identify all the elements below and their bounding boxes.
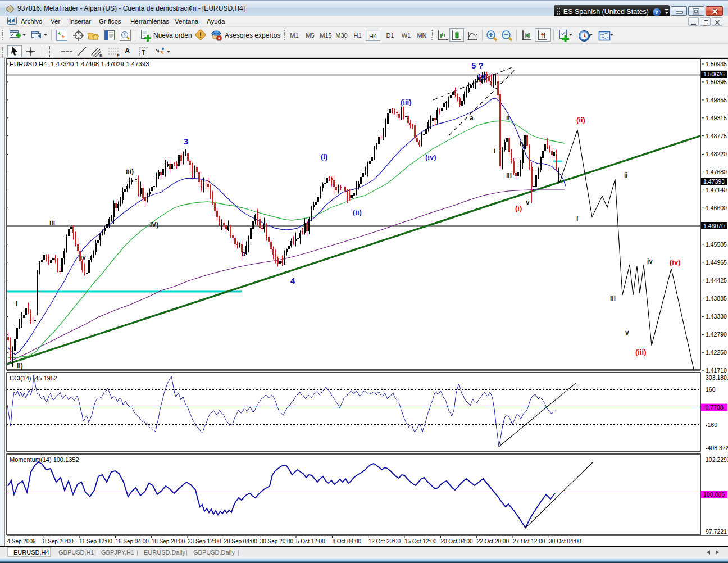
svg-text:iv: iv [647, 257, 653, 265]
svg-text:1.47680: 1.47680 [706, 169, 727, 175]
svg-text:(ii): (ii) [353, 208, 362, 216]
svg-text:28 Sep 04:00: 28 Sep 04:00 [224, 538, 257, 544]
svg-text:E: E [99, 53, 102, 57]
svg-text:11 Sep 12:00: 11 Sep 12:00 [79, 538, 112, 544]
svg-text:16 Sep 04:00: 16 Sep 04:00 [115, 538, 149, 544]
svg-text:EURUSD,Daily: EURUSD,Daily [144, 549, 185, 556]
svg-text:1.42790: 1.42790 [706, 331, 727, 338]
svg-text:(iii): (iii) [635, 348, 647, 356]
svg-text:v: v [625, 329, 629, 337]
svg-text:iii: iii [49, 219, 55, 226]
svg-text:5 Oct 12:00: 5 Oct 12:00 [296, 538, 325, 544]
svg-text:1.46600: 1.46600 [706, 205, 727, 211]
svg-text:30 Oct 04:00: 30 Oct 04:00 [549, 538, 581, 544]
svg-text:1.42250: 1.42250 [706, 349, 727, 356]
svg-text:?: ? [655, 9, 658, 15]
svg-text:1.49855: 1.49855 [706, 97, 727, 103]
svg-text:|: | [136, 549, 138, 556]
svg-text:Momentum(14) 100.1352: Momentum(14) 100.1352 [10, 456, 79, 463]
svg-text:3: 3 [184, 137, 188, 146]
svg-text:iii): iii) [126, 167, 134, 175]
svg-text:IV): IV) [150, 221, 158, 229]
svg-text:23 Sep 12:00: 23 Sep 12:00 [188, 538, 221, 544]
svg-text:F: F [117, 53, 120, 57]
svg-text:i: i [494, 147, 495, 155]
svg-text:(iv): (iv) [670, 258, 681, 266]
svg-text:5 ?: 5 ? [471, 61, 484, 70]
svg-text:1.47393: 1.47393 [703, 178, 725, 185]
svg-text:-408.372: -408.372 [706, 444, 728, 451]
svg-text:1.45505: 1.45505 [706, 241, 727, 248]
svg-text:27 Oct 12:00: 27 Oct 12:00 [513, 538, 545, 544]
svg-text:1.44425: 1.44425 [706, 277, 727, 284]
svg-text:v: v [526, 198, 530, 206]
svg-text:97.7221: 97.7221 [706, 528, 727, 535]
svg-text:(iv): (iv) [425, 153, 436, 161]
svg-text:160: 160 [706, 386, 716, 393]
svg-text:|: | [94, 549, 96, 556]
svg-text:100.005: 100.005 [703, 491, 725, 498]
svg-text:GBPUSD,Daily: GBPUSD,Daily [193, 549, 235, 556]
svg-text:-160: -160 [706, 421, 717, 428]
svg-text:(iii): (iii) [401, 98, 412, 106]
svg-text:4: 4 [290, 276, 295, 285]
svg-text:303.1801: 303.1801 [706, 374, 728, 381]
svg-text:12 Oct 20:00: 12 Oct 20:00 [368, 538, 401, 544]
svg-text:1.44965: 1.44965 [706, 259, 727, 266]
svg-text:GBPJPY,H1: GBPJPY,H1 [101, 549, 134, 556]
svg-text:(i): (i) [321, 152, 327, 161]
svg-text:ii: ii [506, 113, 510, 121]
svg-text:GBPUSD,H1: GBPUSD,H1 [58, 549, 94, 556]
svg-text:1.50395: 1.50395 [706, 79, 727, 85]
svg-text:-0.7788: -0.7788 [703, 404, 724, 411]
svg-text:1.50935: 1.50935 [706, 61, 727, 67]
svg-text:1.47140: 1.47140 [706, 187, 727, 193]
svg-text:1.48220: 1.48220 [706, 151, 727, 157]
svg-text:ii): ii) [17, 362, 23, 370]
svg-text:b: b [242, 250, 245, 258]
svg-text:1.43330: 1.43330 [706, 313, 727, 320]
svg-text:(ii): (ii) [576, 116, 585, 124]
svg-text:i: i [576, 215, 578, 223]
svg-text:1.46070: 1.46070 [703, 223, 725, 229]
svg-text:20 Oct 04:00: 20 Oct 04:00 [440, 538, 473, 544]
svg-text:8 Oct 04:00: 8 Oct 04:00 [332, 538, 361, 544]
svg-text:i: i [16, 300, 17, 308]
svg-text:22 Oct 20:00: 22 Oct 20:00 [477, 538, 509, 544]
svg-text:1.49315: 1.49315 [706, 115, 727, 121]
svg-text:1.43885: 1.43885 [706, 295, 727, 302]
svg-text:iii: iii [506, 172, 512, 180]
svg-text:ii: ii [624, 171, 628, 179]
svg-text:EURUSD,H4: EURUSD,H4 [13, 549, 49, 556]
svg-text:1.50626: 1.50626 [703, 71, 725, 78]
svg-text:|: | [186, 549, 188, 556]
svg-text:CCI(14) -45.1952: CCI(14) -45.1952 [10, 375, 57, 382]
svg-text:(v): (v) [478, 72, 487, 80]
svg-text:|: | [238, 549, 239, 556]
svg-text:a: a [470, 114, 474, 122]
svg-text:iii: iii [610, 295, 616, 303]
svg-text:102.2293: 102.2293 [706, 456, 728, 463]
svg-text:1.41710: 1.41710 [706, 367, 727, 374]
svg-text:iv: iv [520, 140, 525, 148]
svg-text:8 Sep 20:00: 8 Sep 20:00 [43, 538, 74, 544]
svg-text:30 Sep 20:00: 30 Sep 20:00 [260, 538, 294, 544]
svg-text:T: T [142, 49, 145, 56]
svg-text:18 Sep 20:00: 18 Sep 20:00 [152, 538, 185, 544]
svg-text:EURUSD,H4 1.47340 1.47408 1.4: EURUSD,H4 1.47340 1.47408 1.47029 1.4739… [10, 61, 149, 67]
svg-text:iv: iv [80, 253, 86, 261]
svg-text:(i): (i) [515, 204, 522, 212]
svg-text:4 Sep 2009: 4 Sep 2009 [7, 538, 36, 544]
svg-text:15 Oct 12:00: 15 Oct 12:00 [404, 538, 437, 544]
svg-text:1.48775: 1.48775 [706, 133, 727, 139]
